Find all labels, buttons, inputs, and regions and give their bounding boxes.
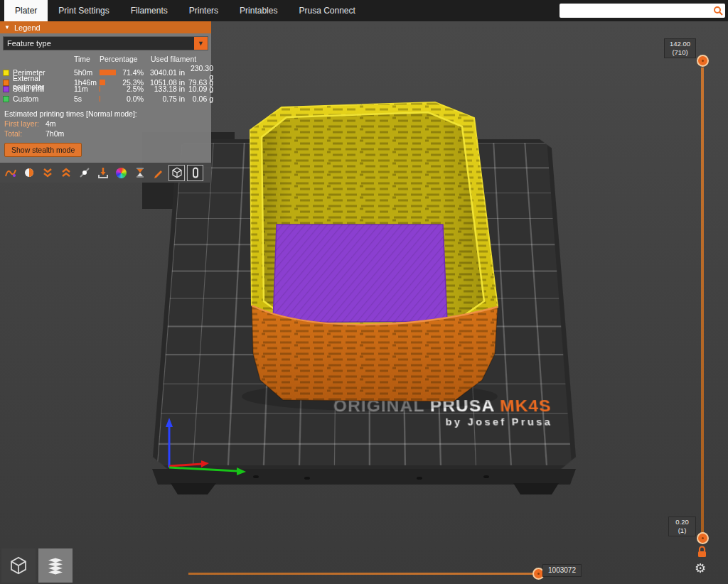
main-tabs: Plater Print Settings Filaments Printers… xyxy=(4,0,366,21)
tab-prusa-connect[interactable]: Prusa Connect xyxy=(288,0,365,21)
row-weight: 0.06 g xyxy=(186,94,213,103)
row-length: 133.18 in xyxy=(145,85,185,93)
legend-table-header: Time Percentage Used filament xyxy=(1,54,210,64)
pct-bar xyxy=(100,70,122,75)
layer-top-height: 142.00 xyxy=(666,40,694,48)
tab-plater[interactable]: Plater xyxy=(4,0,48,21)
layer-bottom-number: (1) xyxy=(670,526,694,535)
search-icon[interactable] xyxy=(713,6,723,16)
travels-icon[interactable] xyxy=(2,165,18,181)
row-label: Solid infill xyxy=(13,85,73,93)
row-pct: 0.0% xyxy=(127,94,144,103)
tab-print-settings[interactable]: Print Settings xyxy=(48,0,119,21)
moves-slider-value-label: 1003072 xyxy=(542,564,582,577)
pct-bar xyxy=(100,80,122,85)
estimated-times-title: Estimated printing times [Normal mode]: xyxy=(4,109,208,118)
custom-gcode-icon[interactable] xyxy=(150,165,166,181)
layer-slider-track[interactable] xyxy=(701,67,704,536)
pct-bar xyxy=(100,86,122,92)
cube-3d-icon xyxy=(8,555,29,576)
lock-icon xyxy=(696,545,708,558)
tab-printers[interactable]: Printers xyxy=(178,0,229,21)
top-bar: Plater Print Settings Filaments Printers… xyxy=(0,0,728,21)
layer-slider-lower-handle[interactable] xyxy=(697,532,709,544)
legend-panel: ▼ Legend Feature type ▼ Time Percentage … xyxy=(0,21,211,183)
layers-stack-icon xyxy=(45,555,66,576)
row-label: Custom xyxy=(13,94,73,103)
legend-row-perimeter[interactable]: Perimeter 5h0m 71.4% 3040.01 in 230.30 g xyxy=(1,64,210,74)
row-pct: 2.5% xyxy=(127,85,144,93)
total-time-value: 7h0m xyxy=(46,129,64,138)
view-type-value: Feature type xyxy=(4,37,194,50)
gcode-model xyxy=(242,92,505,412)
x-axis xyxy=(169,464,202,466)
swatch-external-perimeter xyxy=(3,80,9,86)
layer-bottom-height: 0.20 xyxy=(670,518,694,526)
layer-slider-upper-handle[interactable] xyxy=(697,55,709,67)
lock-handles-button[interactable] xyxy=(696,545,708,561)
pct-bar xyxy=(100,96,122,102)
row-length: 0.75 in xyxy=(145,94,185,103)
row-time: 5s xyxy=(74,94,98,103)
bed-base xyxy=(152,469,576,494)
legend-title: Legend xyxy=(14,23,41,32)
swatch-perimeter xyxy=(3,70,9,76)
first-layer-value: 4m xyxy=(46,119,56,128)
row-time: 5h0m xyxy=(74,68,98,77)
col-used-filament: Used filament xyxy=(145,55,213,63)
swatch-solid-infill xyxy=(3,86,9,92)
deretractions-icon[interactable] xyxy=(58,165,74,181)
shells-icon[interactable] xyxy=(168,165,185,181)
search-box xyxy=(560,4,725,18)
view-3d-button[interactable] xyxy=(1,548,36,583)
legend-collapse-header[interactable]: ▼ Legend xyxy=(0,21,211,33)
row-time: 11m xyxy=(74,85,98,93)
tab-printables[interactable]: Printables xyxy=(229,0,288,21)
row-weight: 10.09 g xyxy=(186,85,213,93)
moves-slider-track[interactable] xyxy=(188,573,538,575)
dropdown-arrow-icon[interactable]: ▼ xyxy=(194,37,208,50)
legend-body: Feature type ▼ Time Percentage Used fila… xyxy=(0,33,211,163)
view-type-dropdown[interactable]: Feature type ▼ xyxy=(3,36,208,50)
pause-prints-icon[interactable] xyxy=(132,165,148,181)
swatch-custom xyxy=(3,96,9,102)
total-time-label: Total: xyxy=(4,129,46,138)
row-pct: 71.4% xyxy=(122,68,144,77)
show-stealth-mode-button[interactable]: Show stealth mode xyxy=(4,143,82,157)
view-preview-button[interactable] xyxy=(38,548,73,583)
retractions-icon[interactable] xyxy=(39,165,55,181)
slider-settings-button[interactable]: ⚙ xyxy=(695,561,706,576)
col-time: Time xyxy=(74,55,98,63)
preview-options-toolbar xyxy=(0,163,211,183)
layer-slider-top-label: 142.00 (710) xyxy=(664,38,696,58)
gear-icon: ⚙ xyxy=(695,561,706,575)
tab-filaments[interactable]: Filaments xyxy=(120,0,178,21)
tool-marker-icon[interactable] xyxy=(187,165,203,181)
wipe-icon[interactable] xyxy=(21,165,37,181)
color-changes-icon[interactable] xyxy=(113,165,129,181)
legend-row-custom[interactable]: Custom 5s 0.0% 0.75 in 0.06 g xyxy=(1,94,210,104)
layer-slider-bottom-label: 0.20 (1) xyxy=(668,517,696,536)
first-layer-label: First layer: xyxy=(4,119,46,128)
axes-indicator xyxy=(166,418,246,475)
search-input[interactable] xyxy=(560,6,713,15)
row-length: 3040.01 in xyxy=(145,68,185,77)
tool-changes-icon[interactable] xyxy=(95,165,111,181)
legend-row-solid-infill[interactable]: Solid infill 11m 2.5% 133.18 in 10.09 g xyxy=(1,84,210,94)
layer-top-number: (710) xyxy=(666,48,694,57)
col-percentage: Percentage xyxy=(100,55,144,63)
view-mode-buttons xyxy=(1,548,73,583)
seams-icon[interactable] xyxy=(76,165,92,181)
collapse-triangle-icon: ▼ xyxy=(4,24,10,31)
